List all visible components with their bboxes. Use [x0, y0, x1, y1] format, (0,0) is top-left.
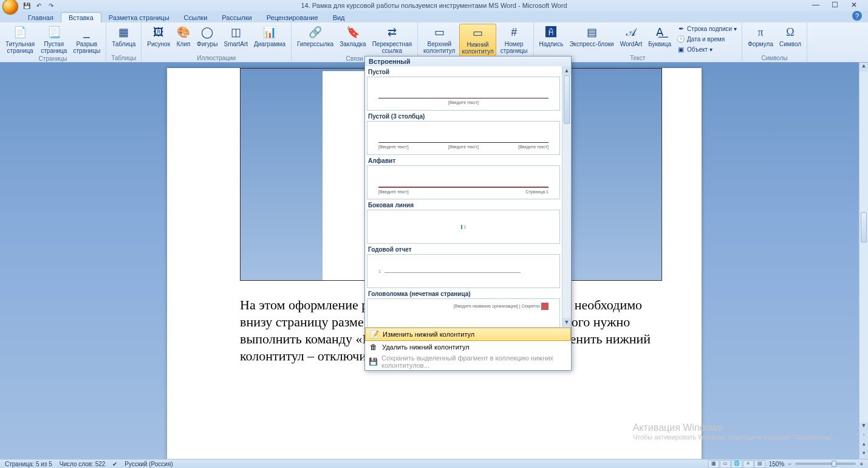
- crossref-button[interactable]: ⇄Перекрестная ссылка: [371, 24, 414, 55]
- language-status[interactable]: Русский (Россия): [125, 461, 173, 467]
- picture-button[interactable]: 🖼Рисунок: [145, 24, 172, 49]
- edit-icon: 📝: [369, 329, 379, 339]
- proofing-icon[interactable]: ✔: [112, 461, 117, 467]
- gallery-scroll-up-icon[interactable]: ▲: [562, 66, 571, 75]
- next-page-icon[interactable]: ▾: [859, 450, 868, 459]
- dropcap-icon: A͟: [652, 25, 667, 40]
- gallery-item-label: Боковая линия: [368, 202, 560, 208]
- wordart-button[interactable]: 𝒜WordArt: [618, 24, 644, 49]
- footer-gallery-dropdown: Встроенный Пустой [Введите текст] Пустой…: [364, 56, 572, 371]
- chart-button[interactable]: 📊Диаграмма: [252, 24, 287, 49]
- header-icon: ▭: [432, 25, 446, 40]
- undo-icon[interactable]: ↶: [34, 1, 44, 10]
- footer-icon: ▭: [471, 26, 485, 40]
- view-buttons: ▦ ▭ 🌐 ≡ ▤: [708, 460, 765, 468]
- smartart-button[interactable]: ◫SmartArt: [222, 24, 250, 49]
- textbox-button[interactable]: 🅰Надпись: [538, 24, 566, 49]
- blank-page-button[interactable]: 📃Пустая страница: [39, 24, 69, 55]
- date-time-button[interactable]: 🕒Дата и время: [675, 34, 738, 44]
- symbol-button[interactable]: ΩСимвол: [777, 24, 803, 49]
- group-pages: 📄Титульная страница 📃Пустая страница ⎯Ра…: [0, 22, 106, 62]
- datetime-icon: 🕒: [677, 35, 685, 43]
- page-break-button[interactable]: ⎯Разрыв страницы: [71, 24, 102, 55]
- hyperlink-button[interactable]: 🔗Гиперссылка: [295, 24, 335, 49]
- object-icon: ▣: [677, 45, 685, 53]
- tab-insert[interactable]: Вставка: [61, 12, 101, 22]
- scroll-thumb[interactable]: [861, 212, 867, 243]
- outline-view[interactable]: ≡: [743, 460, 754, 468]
- clip-button[interactable]: 🎨Клип: [174, 24, 193, 49]
- scroll-down-icon[interactable]: ▼: [859, 422, 868, 432]
- gallery-item-puzzle-odd[interactable]: [Введите название организации] | Секретн…: [367, 298, 560, 327]
- signature-line-button[interactable]: ✒Строка подписи ▾: [675, 24, 738, 33]
- edit-footer-action[interactable]: 📝Изменить нижний колонтитул: [365, 328, 571, 341]
- gallery-item-blank-3col[interactable]: [Введите текст][Введите текст][Введите т…: [367, 121, 560, 155]
- tab-home[interactable]: Главная: [21, 13, 61, 22]
- equation-icon: π: [753, 25, 768, 40]
- footer-button[interactable]: ▭Нижний колонтитул: [459, 24, 496, 57]
- browse-object-icon[interactable]: ◦: [859, 432, 868, 441]
- shapes-button[interactable]: ◯Фигуры: [195, 24, 219, 49]
- full-screen-view[interactable]: ▭: [720, 460, 731, 468]
- page-status[interactable]: Страница: 5 из 5: [5, 461, 52, 467]
- symbol-icon: Ω: [783, 25, 798, 40]
- gallery-item-annual-report[interactable]: 1: [367, 254, 560, 288]
- dropcap-button[interactable]: A͟Буквица: [646, 24, 673, 49]
- group-tables: ▦Таблица Таблицы: [106, 22, 142, 62]
- status-bar: Страница: 5 из 5 Число слов: 522 ✔ Русск…: [0, 459, 868, 468]
- gallery-scroll-thumb[interactable]: [564, 75, 570, 124]
- wordart-icon: 𝒜: [624, 25, 638, 40]
- group-symbols: πФормула ΩСимвол Символы: [742, 22, 807, 62]
- zoom-slider-thumb[interactable]: [832, 461, 836, 467]
- tab-review[interactable]: Рецензирование: [259, 13, 326, 22]
- tab-page-layout[interactable]: Разметка страницы: [101, 13, 177, 22]
- table-icon: ▦: [117, 25, 131, 40]
- gallery-item-sideline[interactable]: 1: [367, 210, 560, 244]
- zoom-level[interactable]: 150%: [769, 461, 785, 467]
- zoom-slider[interactable]: [795, 463, 856, 465]
- title-page-button[interactable]: 📄Титульная страница: [4, 24, 36, 55]
- chart-icon: 📊: [262, 25, 277, 40]
- gallery-item-blank[interactable]: [Введите текст]: [367, 77, 560, 111]
- tab-view[interactable]: Вид: [326, 13, 352, 22]
- gallery-list: Пустой [Введите текст] Пустой (3 столбца…: [365, 66, 562, 327]
- draft-view[interactable]: ▤: [754, 460, 765, 468]
- ribbon-tabs: Главная Вставка Разметка страницы Ссылки…: [0, 11, 868, 22]
- quickparts-button[interactable]: ▤Экспресс-блоки: [567, 24, 615, 49]
- prev-page-icon[interactable]: ▴: [859, 441, 868, 450]
- gallery-scroll-down-icon[interactable]: ▼: [562, 318, 571, 327]
- hyperlink-icon: 🔗: [308, 25, 323, 40]
- header-button[interactable]: ▭Верхний колонтитул: [422, 24, 457, 55]
- table-button[interactable]: ▦Таблица: [110, 24, 137, 49]
- delete-footer-action[interactable]: 🗑Удалить нижний колонтитул: [365, 341, 571, 353]
- bookmark-button[interactable]: 🔖Закладка: [338, 24, 367, 49]
- gallery-item-label: Головоломка (нечетная страница): [368, 291, 560, 297]
- gallery-item-alphabet[interactable]: [Введите текст]Страница 1: [367, 165, 560, 199]
- equation-button[interactable]: πФормула: [746, 24, 775, 49]
- page-break-icon: ⎯: [80, 25, 94, 40]
- word-count[interactable]: Число слов: 522: [60, 461, 106, 467]
- clip-icon: 🎨: [176, 25, 191, 40]
- tab-mailings[interactable]: Рассылки: [214, 13, 259, 22]
- close-button[interactable]: ✕: [851, 1, 864, 9]
- help-button[interactable]: ?: [852, 11, 862, 21]
- web-layout-view[interactable]: 🌐: [731, 460, 742, 468]
- gallery-scrollbar[interactable]: ▲ ▼: [562, 66, 571, 327]
- gallery-item-label: Годовой отчет: [368, 246, 560, 253]
- object-button[interactable]: ▣Объект ▾: [675, 44, 738, 54]
- page-number-button[interactable]: #Номер страницы: [499, 24, 530, 55]
- gallery-header: Встроенный: [365, 57, 571, 66]
- scroll-up-icon[interactable]: ▲: [859, 63, 868, 72]
- tab-references[interactable]: Ссылки: [177, 13, 215, 22]
- redo-icon[interactable]: ↷: [46, 1, 56, 10]
- quickparts-icon: ▤: [584, 25, 599, 40]
- save-icon[interactable]: 💾: [22, 1, 32, 10]
- maximize-button[interactable]: ☐: [832, 1, 845, 9]
- smartart-icon: ◫: [228, 25, 243, 40]
- delete-icon: 🗑: [369, 342, 378, 352]
- zoom-out-button[interactable]: −: [788, 461, 791, 467]
- minimize-button[interactable]: —: [812, 1, 825, 9]
- vertical-scrollbar[interactable]: ▲ ▼ ◦ ▴ ▾: [859, 63, 868, 459]
- zoom-in-button[interactable]: +: [859, 461, 863, 467]
- print-layout-view[interactable]: ▦: [708, 460, 719, 468]
